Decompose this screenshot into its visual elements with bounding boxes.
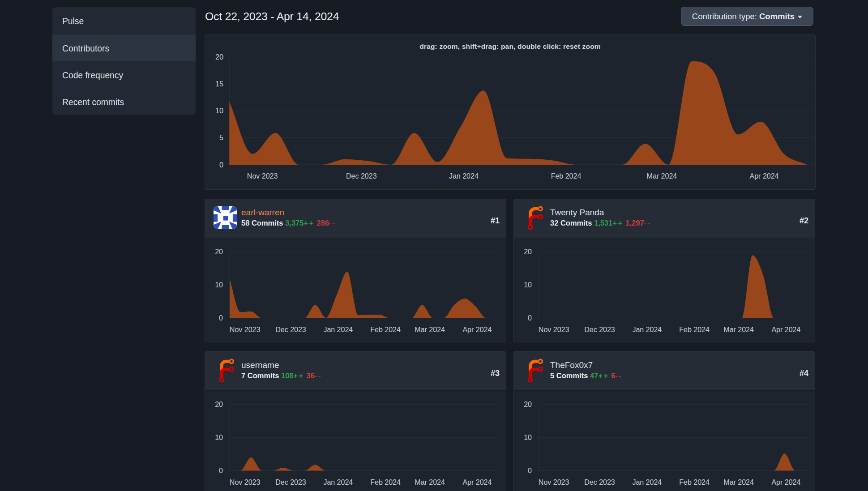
svg-text:Feb 2024: Feb 2024 — [679, 326, 710, 333]
svg-text:10: 10 — [215, 281, 223, 289]
svg-text:Dec 2023: Dec 2023 — [584, 478, 615, 486]
svg-text:20: 20 — [215, 248, 223, 256]
svg-text:0: 0 — [219, 314, 223, 322]
svg-text:Nov 2023: Nov 2023 — [230, 478, 261, 486]
svg-text:10: 10 — [524, 281, 532, 289]
svg-text:Nov 2023: Nov 2023 — [539, 478, 569, 486]
svg-text:Feb 2024: Feb 2024 — [370, 326, 401, 333]
svg-text:0: 0 — [528, 467, 532, 474]
svg-text:Feb 2024: Feb 2024 — [679, 478, 710, 486]
svg-text:20: 20 — [524, 401, 532, 408]
svg-text:Dec 2023: Dec 2023 — [346, 172, 377, 180]
svg-text:Nov 2023: Nov 2023 — [230, 326, 261, 333]
svg-text:Nov 2023: Nov 2023 — [247, 172, 278, 180]
svg-text:0: 0 — [219, 467, 223, 474]
svg-text:Jan 2024: Jan 2024 — [449, 172, 479, 180]
svg-text:Apr 2024: Apr 2024 — [462, 326, 492, 333]
svg-text:Mar 2024: Mar 2024 — [723, 326, 754, 333]
svg-text:Jan 2024: Jan 2024 — [632, 326, 662, 333]
svg-text:10: 10 — [215, 434, 223, 441]
svg-text:Mar 2024: Mar 2024 — [647, 172, 677, 180]
svg-text:Dec 2023: Dec 2023 — [275, 478, 306, 486]
svg-text:Dec 2023: Dec 2023 — [275, 326, 306, 333]
svg-text:20: 20 — [215, 401, 223, 408]
svg-text:Mar 2024: Mar 2024 — [723, 478, 754, 486]
svg-text:0: 0 — [219, 161, 223, 169]
svg-text:Feb 2024: Feb 2024 — [370, 478, 401, 486]
svg-text:Feb 2024: Feb 2024 — [551, 172, 582, 180]
svg-text:Dec 2023: Dec 2023 — [584, 326, 615, 333]
svg-text:10: 10 — [215, 107, 223, 115]
svg-text:10: 10 — [524, 434, 532, 441]
svg-text:Mar 2024: Mar 2024 — [415, 326, 445, 333]
svg-text:Jan 2024: Jan 2024 — [323, 478, 353, 486]
svg-text:Mar 2024: Mar 2024 — [415, 478, 445, 486]
svg-text:Jan 2024: Jan 2024 — [323, 326, 353, 333]
svg-text:5: 5 — [219, 133, 223, 141]
svg-text:Jan 2024: Jan 2024 — [632, 478, 662, 486]
svg-text:0: 0 — [528, 314, 532, 322]
svg-text:Apr 2024: Apr 2024 — [462, 478, 492, 486]
svg-text:20: 20 — [524, 248, 532, 256]
svg-text:Apr 2024: Apr 2024 — [771, 478, 800, 486]
svg-text:15: 15 — [215, 80, 223, 88]
svg-text:20: 20 — [215, 53, 223, 61]
svg-text:Apr 2024: Apr 2024 — [771, 326, 800, 333]
svg-text:Nov 2023: Nov 2023 — [539, 326, 569, 333]
svg-text:Apr 2024: Apr 2024 — [750, 172, 779, 180]
